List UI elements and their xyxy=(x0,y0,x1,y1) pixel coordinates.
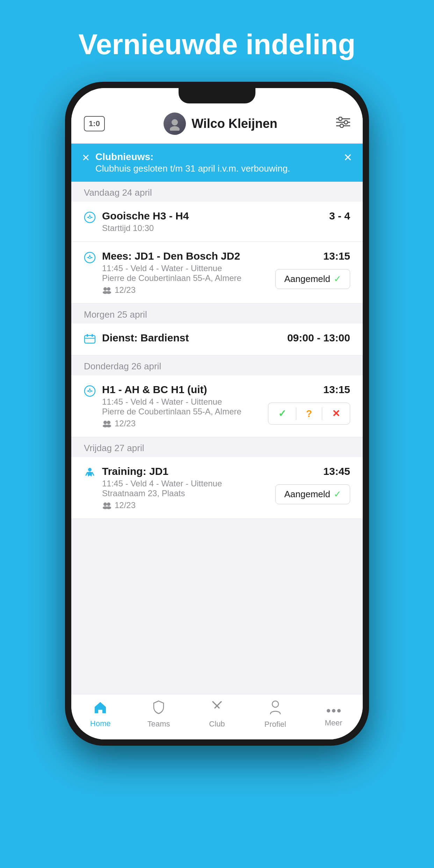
header-user: Wilco Kleijnen xyxy=(164,113,277,135)
svg-point-27 xyxy=(103,502,107,506)
event-card-bardienst[interactable]: Dienst: Bardienst 09:00 - 13:00 xyxy=(71,324,363,355)
svg-point-30 xyxy=(106,506,111,509)
day-header-friday: Vrijdag 27 april xyxy=(71,437,363,457)
match-icon-2 xyxy=(84,252,96,266)
event-meta-mees: 12/23 xyxy=(102,285,241,295)
svg-point-15 xyxy=(106,291,111,294)
check-icon-training: ✓ xyxy=(334,489,341,500)
svg-point-35 xyxy=(272,701,279,707)
svg-rect-17 xyxy=(87,334,88,337)
nav-label-profiel: Profiel xyxy=(265,720,286,729)
nav-label-club: Club xyxy=(209,719,225,729)
event-address-mees: Pierre de Coubertinlaan 55-A, Almere xyxy=(102,273,241,283)
svg-rect-16 xyxy=(85,335,95,343)
nav-label-home: Home xyxy=(90,719,111,728)
nav-item-profiel[interactable]: Profiel xyxy=(246,700,304,729)
filter-icon[interactable] xyxy=(336,116,350,131)
bottom-nav: Home Teams xyxy=(71,694,363,739)
nav-item-teams[interactable]: Teams xyxy=(130,700,188,729)
aangemeld-btn-mees[interactable]: Aangemeld ✓ xyxy=(275,269,350,289)
news-banner: ✕ Clubnieuws: Clubhuis gesloten t/m 31 a… xyxy=(71,144,363,182)
more-icon xyxy=(326,701,341,716)
event-meta-training: 12/23 xyxy=(102,500,222,510)
news-content: Clubnieuws: Clubhuis gesloten t/m 31 apr… xyxy=(95,151,290,174)
scroll-content[interactable]: Vandaag 24 april xyxy=(71,182,363,694)
score-icon[interactable]: 1:0 xyxy=(84,116,105,131)
event-address-training: Straatnaam 23, Plaats xyxy=(102,489,222,498)
event-card-mees[interactable]: Mees: JD1 - Den Bosch JD2 11:45 - Veld 4… xyxy=(71,242,363,304)
event-title-training: Training: JD1 xyxy=(102,465,222,477)
rsvp-maybe-btn[interactable]: ? xyxy=(296,403,322,424)
rsvp-yes-btn[interactable]: ✓ xyxy=(268,403,296,424)
check-icon-mees: ✓ xyxy=(334,274,341,284)
svg-point-21 xyxy=(89,390,91,392)
news-text: Clubhuis gesloten t/m 31 april i.v.m. ve… xyxy=(95,163,290,174)
match-icon-3 xyxy=(84,385,96,400)
event-subtitle-mees: 11:45 - Veld 4 - Water - Uittenue xyxy=(102,263,241,273)
svg-point-11 xyxy=(89,256,91,259)
nav-label-teams: Teams xyxy=(147,719,170,729)
phone-notch xyxy=(179,88,255,103)
day-header-tomorrow: Morgen 25 april xyxy=(71,304,363,324)
shield-icon xyxy=(152,700,165,717)
page-background: Vernieuwde indeling 1:0 Wilco Kleijnen xyxy=(0,0,434,868)
phone-shell: 1:0 Wilco Kleijnen xyxy=(65,82,369,746)
avatar[interactable] xyxy=(164,113,186,135)
svg-point-0 xyxy=(172,119,178,125)
nav-item-meer[interactable]: Meer xyxy=(304,701,363,728)
svg-point-5 xyxy=(339,117,342,121)
day-header-today: Vandaag 24 april xyxy=(71,182,363,202)
event-time-bardienst: 09:00 - 13:00 xyxy=(287,332,350,344)
event-title-gooische: Gooische H3 - H4 xyxy=(102,210,189,222)
news-banner-left: ✕ Clubnieuws: Clubhuis gesloten t/m 31 a… xyxy=(82,151,290,174)
match-icon-1 xyxy=(84,211,96,226)
duty-icon xyxy=(84,333,96,347)
event-title-h1: H1 - AH & BC H1 (uit) xyxy=(102,384,241,396)
event-subtitle-gooische: Starttijd 10:30 xyxy=(102,223,189,233)
news-close-icon[interactable]: ✕ xyxy=(343,151,352,164)
event-time-h1: 13:15 xyxy=(323,384,350,396)
rsvp-no-btn[interactable]: ✕ xyxy=(322,403,350,424)
event-meta-h1: 12/23 xyxy=(102,419,241,428)
event-time-training: 13:45 xyxy=(323,465,350,477)
news-title: Clubnieuws: xyxy=(95,151,290,162)
event-title-mees: Mees: JD1 - Den Bosch JD2 xyxy=(102,250,241,262)
event-subtitle-h1: 11:45 - Veld 4 - Water - Uittenue xyxy=(102,397,241,407)
nav-item-club[interactable]: Club xyxy=(188,700,246,729)
home-icon xyxy=(93,701,107,717)
svg-point-22 xyxy=(103,421,107,424)
day-header-thursday: Donderdag 26 april xyxy=(71,355,363,375)
svg-point-38 xyxy=(337,709,341,713)
page-headline: Vernieuwde indeling xyxy=(0,28,434,61)
svg-point-1 xyxy=(170,126,180,131)
svg-point-28 xyxy=(107,502,110,506)
event-time-mees: 13:15 xyxy=(323,250,350,262)
svg-point-26 xyxy=(88,468,92,471)
event-subtitle-training: 11:45 - Veld 4 - Water - Uittenue xyxy=(102,479,222,489)
news-dismiss-icon[interactable]: ✕ xyxy=(82,152,90,164)
event-address-h1: Pierre de Coubertinlaan 55-A, Almere xyxy=(102,407,241,417)
event-title-bardienst: Dienst: Bardienst xyxy=(102,332,189,344)
nav-item-home[interactable]: Home xyxy=(71,701,130,728)
svg-rect-18 xyxy=(92,334,93,337)
event-card-training[interactable]: Training: JD1 11:45 - Veld 4 - Water - U… xyxy=(71,457,363,519)
svg-point-23 xyxy=(107,421,110,424)
header-username: Wilco Kleijnen xyxy=(191,116,277,131)
person-icon xyxy=(269,700,282,718)
bottom-spacer xyxy=(71,519,363,533)
phone-screen: 1:0 Wilco Kleijnen xyxy=(71,88,363,739)
svg-point-37 xyxy=(332,709,335,713)
svg-point-6 xyxy=(344,121,348,124)
svg-point-36 xyxy=(327,709,330,713)
event-card-h1[interactable]: H1 - AH & BC H1 (uit) 11:45 - Veld 4 - W… xyxy=(71,375,363,437)
aangemeld-btn-training[interactable]: Aangemeld ✓ xyxy=(275,484,350,504)
event-card-gooische[interactable]: Gooische H3 - H4 Starttijd 10:30 3 - 4 xyxy=(71,202,363,242)
svg-point-13 xyxy=(107,287,110,291)
svg-point-7 xyxy=(340,124,343,128)
nav-label-meer: Meer xyxy=(325,718,342,728)
training-icon xyxy=(84,467,96,482)
event-score-gooische: 3 - 4 xyxy=(329,210,350,222)
hockey-icon xyxy=(210,700,224,717)
rsvp-buttons-h1[interactable]: ✓ ? ✕ xyxy=(268,403,350,425)
svg-point-25 xyxy=(106,425,111,427)
